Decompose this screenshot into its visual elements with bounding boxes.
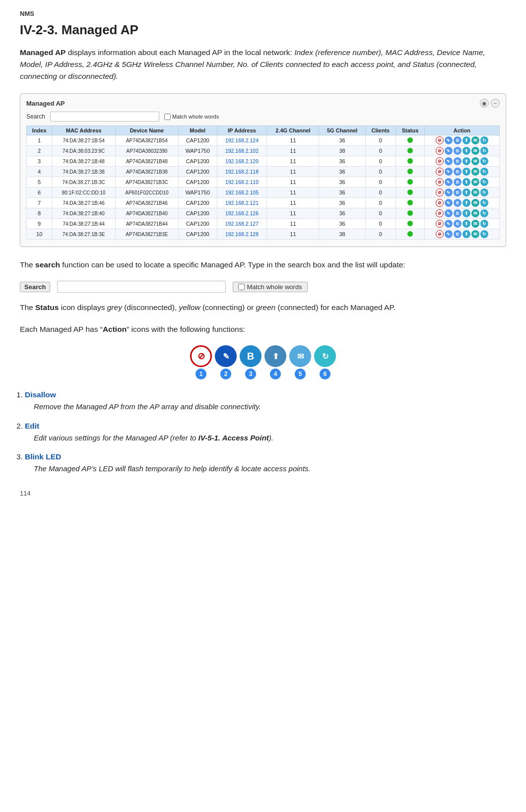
action-upgrade[interactable]: ⬆ (462, 178, 470, 186)
action-blink[interactable]: B (454, 209, 461, 217)
action-reboot[interactable]: ↻ (480, 136, 488, 144)
panel-minimize-icon[interactable]: − (491, 99, 500, 108)
action-upgrade-icon[interactable]: ⬆ (264, 345, 286, 367)
action-edit[interactable]: ✎ (445, 147, 453, 155)
action-reboot[interactable]: ↻ (480, 199, 488, 207)
action-edit[interactable]: ✎ (445, 209, 453, 217)
cell-mac: 74:DA:38:27:1B:38 (52, 167, 116, 177)
action-blink[interactable]: B (454, 157, 461, 165)
cell-model: CAP1200 (178, 135, 217, 146)
cell-index: 5 (27, 177, 52, 187)
action-blink[interactable]: B (454, 230, 461, 238)
search-demo-input[interactable] (57, 281, 226, 293)
cell-clients: 0 (365, 229, 396, 240)
action-config[interactable]: ✉ (471, 168, 479, 176)
table-row: 6 80:1F:02:CC:DD:10 AP601F02CCDD10 WAP17… (27, 187, 500, 198)
action-disallow[interactable]: ⊘ (436, 220, 444, 228)
action-config[interactable]: ✉ (471, 178, 479, 186)
ap-table: Index MAC Address Device Name Model IP A… (26, 125, 500, 240)
cell-ip: 192.168.2.110 (217, 177, 267, 187)
action-blink[interactable]: B (454, 136, 461, 144)
col-ch24: 2.4G Channel (267, 126, 319, 135)
action-reboot[interactable]: ↻ (480, 188, 488, 196)
action-reboot[interactable]: ↻ (480, 147, 488, 155)
action-config[interactable]: ✉ (471, 147, 479, 155)
match-words-checkbox[interactable] (164, 114, 171, 120)
action-reboot[interactable]: ↻ (480, 157, 488, 165)
action-reboot[interactable]: ↻ (480, 230, 488, 238)
action-edit[interactable]: ✎ (445, 230, 453, 238)
action-edit[interactable]: ✎ (445, 168, 453, 176)
action-blink[interactable]: B (454, 199, 461, 207)
action-disallow[interactable]: ⊘ (436, 168, 444, 176)
cell-name: AP74DA38271B38 (115, 167, 178, 177)
action-upgrade[interactable]: ⬆ (462, 136, 470, 144)
action-upgrade[interactable]: ⬆ (462, 157, 470, 165)
action-disallow[interactable]: ⊘ (436, 147, 444, 155)
action-disallow-icon[interactable]: ⊘ (190, 345, 212, 367)
action-upgrade[interactable]: ⬆ (462, 220, 470, 228)
action-edit[interactable]: ✎ (445, 136, 453, 144)
action-reboot[interactable]: ↻ (480, 178, 488, 186)
action-blink[interactable]: B (454, 168, 461, 176)
action-config[interactable]: ✉ (471, 220, 479, 228)
status-grey: grey (107, 303, 122, 312)
action-upgrade[interactable]: ⬆ (462, 209, 470, 217)
action-config[interactable]: ✉ (471, 199, 479, 207)
match-demo-label: Match whole words (233, 282, 307, 292)
action-blink[interactable]: B (454, 220, 461, 228)
action-edit[interactable]: ✎ (445, 199, 453, 207)
cell-action: ⊘ ✎ B ⬆ ✉ ↻ (424, 135, 499, 146)
action-upgrade[interactable]: ⬆ (462, 230, 470, 238)
action-config-icon[interactable]: ✉ (289, 345, 311, 367)
action-reboot[interactable]: ↻ (480, 168, 488, 176)
action-config[interactable]: ✉ (471, 188, 479, 196)
action-reboot[interactable]: ↻ (480, 220, 488, 228)
cell-clients: 0 (365, 187, 396, 198)
cell-ch5: 36 (319, 156, 365, 167)
match-demo-checkbox[interactable] (238, 284, 245, 290)
action-blink-icon[interactable]: B (240, 345, 262, 367)
action-edit[interactable]: ✎ (445, 157, 453, 165)
cell-clients: 0 (365, 208, 396, 219)
action-edit[interactable]: ✎ (445, 178, 453, 186)
action-edit-icon[interactable]: ✎ (215, 345, 237, 367)
action-edit[interactable]: ✎ (445, 220, 453, 228)
action-num-3: 3 (245, 369, 256, 379)
action-config[interactable]: ✉ (471, 136, 479, 144)
action-config[interactable]: ✉ (471, 157, 479, 165)
match-words-label: Match whole words (164, 114, 219, 120)
action-disallow[interactable]: ⊘ (436, 136, 444, 144)
cell-ch5: 38 (319, 146, 365, 156)
cell-clients: 0 (365, 146, 396, 156)
table-row: 8 74:DA:38:27:1B:40 AP74DA38271B40 CAP12… (27, 208, 500, 219)
action-blink[interactable]: B (454, 147, 461, 155)
cell-model: WAP1750 (178, 146, 217, 156)
panel-refresh-icon[interactable]: ◉ (480, 99, 489, 108)
action-reboot-icon[interactable]: ↻ (314, 345, 336, 367)
action-disallow[interactable]: ⊘ (436, 199, 444, 207)
action-blink[interactable]: B (454, 178, 461, 186)
action-upgrade[interactable]: ⬆ (462, 168, 470, 176)
action-edit[interactable]: ✎ (445, 188, 453, 196)
action-upgrade[interactable]: ⬆ (462, 147, 470, 155)
status-indicator (407, 179, 413, 185)
action-blink[interactable]: B (454, 188, 461, 196)
action-config[interactable]: ✉ (471, 209, 479, 217)
col-ip: IP Address (217, 126, 267, 135)
status-text4: (connected) for each Managed AP. (275, 303, 395, 312)
action-disallow[interactable]: ⊘ (436, 157, 444, 165)
action-disallow[interactable]: ⊘ (436, 188, 444, 196)
action-reboot[interactable]: ↻ (480, 209, 488, 217)
item-1-desc: Remove the Managed AP from the AP array … (34, 401, 506, 413)
cell-index: 3 (27, 156, 52, 167)
action-upgrade[interactable]: ⬆ (462, 199, 470, 207)
action-upgrade[interactable]: ⬆ (462, 188, 470, 196)
action-section-text: Each Managed AP has “Action” icons with … (20, 323, 506, 335)
panel-search-input[interactable] (50, 112, 159, 122)
action-disallow[interactable]: ⊘ (436, 178, 444, 186)
status-bold: Status (35, 303, 59, 312)
action-config[interactable]: ✉ (471, 230, 479, 238)
action-disallow[interactable]: ⊘ (436, 230, 444, 238)
action-disallow[interactable]: ⊘ (436, 209, 444, 217)
